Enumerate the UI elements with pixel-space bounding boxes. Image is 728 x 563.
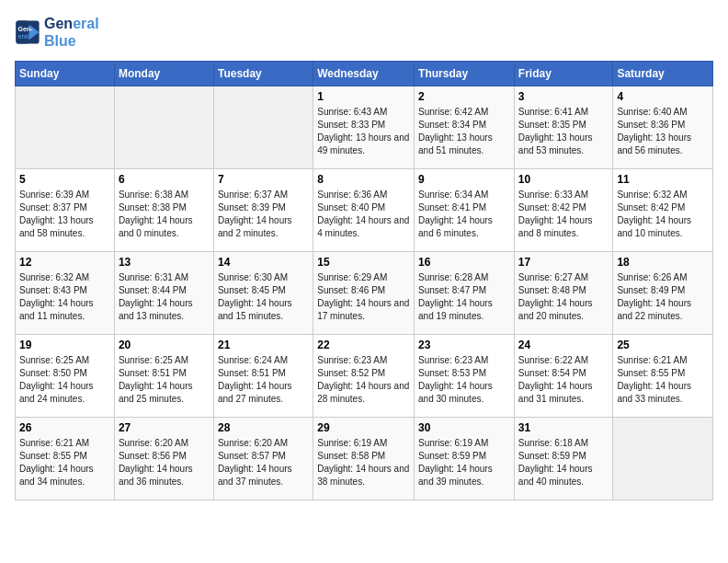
calendar-cell: 25Sunrise: 6:21 AM Sunset: 8:55 PM Dayli… — [613, 335, 713, 418]
calendar-cell: 18Sunrise: 6:26 AM Sunset: 8:49 PM Dayli… — [613, 252, 713, 335]
calendar-cell: 7Sunrise: 6:37 AM Sunset: 8:39 PM Daylig… — [213, 169, 313, 252]
svg-rect-2 — [16, 21, 28, 44]
day-info: Sunrise: 6:20 AM Sunset: 8:56 PM Dayligh… — [119, 437, 210, 488]
header-day-monday: Monday — [114, 62, 213, 86]
calendar-cell: 29Sunrise: 6:19 AM Sunset: 8:58 PM Dayli… — [313, 418, 415, 500]
calendar-cell: 1Sunrise: 6:43 AM Sunset: 8:33 PM Daylig… — [313, 86, 415, 169]
header-day-tuesday: Tuesday — [213, 62, 313, 86]
day-number: 9 — [418, 173, 510, 186]
day-number: 16 — [418, 256, 510, 269]
day-number: 15 — [317, 256, 410, 269]
day-info: Sunrise: 6:40 AM Sunset: 8:36 PM Dayligh… — [617, 106, 709, 157]
header-day-thursday: Thursday — [415, 62, 515, 86]
day-number: 6 — [119, 173, 210, 186]
day-info: Sunrise: 6:23 AM Sunset: 8:53 PM Dayligh… — [418, 354, 510, 406]
page-header: Gen- eral General Blue — [15, 15, 713, 50]
day-number: 28 — [218, 421, 309, 434]
day-info: Sunrise: 6:32 AM Sunset: 8:43 PM Dayligh… — [19, 271, 110, 323]
day-number: 19 — [19, 339, 110, 351]
calendar-cell — [16, 86, 115, 169]
day-info: Sunrise: 6:24 AM Sunset: 8:51 PM Dayligh… — [218, 354, 309, 406]
calendar-cell: 24Sunrise: 6:22 AM Sunset: 8:54 PM Dayli… — [514, 335, 613, 418]
day-info: Sunrise: 6:23 AM Sunset: 8:52 PM Dayligh… — [317, 354, 410, 406]
calendar-cell: 31Sunrise: 6:18 AM Sunset: 8:59 PM Dayli… — [514, 418, 613, 500]
day-info: Sunrise: 6:21 AM Sunset: 8:55 PM Dayligh… — [617, 354, 709, 406]
day-number: 24 — [518, 339, 609, 351]
svg-text:eral: eral — [18, 33, 30, 40]
day-number: 17 — [518, 256, 609, 269]
day-info: Sunrise: 6:19 AM Sunset: 8:58 PM Dayligh… — [317, 437, 410, 488]
day-info: Sunrise: 6:26 AM Sunset: 8:49 PM Dayligh… — [617, 271, 709, 323]
calendar-cell: 30Sunrise: 6:19 AM Sunset: 8:59 PM Dayli… — [415, 418, 515, 500]
day-number: 18 — [617, 256, 709, 269]
calendar-cell: 27Sunrise: 6:20 AM Sunset: 8:56 PM Dayli… — [114, 418, 213, 500]
day-info: Sunrise: 6:22 AM Sunset: 8:54 PM Dayligh… — [518, 354, 609, 406]
calendar-cell: 3Sunrise: 6:41 AM Sunset: 8:35 PM Daylig… — [514, 86, 613, 169]
day-info: Sunrise: 6:41 AM Sunset: 8:35 PM Dayligh… — [518, 106, 609, 157]
calendar-cell: 15Sunrise: 6:29 AM Sunset: 8:46 PM Dayli… — [313, 252, 415, 335]
day-info: Sunrise: 6:42 AM Sunset: 8:34 PM Dayligh… — [418, 106, 510, 157]
day-number: 2 — [418, 90, 510, 103]
day-number: 3 — [518, 90, 609, 103]
calendar-cell: 26Sunrise: 6:21 AM Sunset: 8:55 PM Dayli… — [16, 418, 115, 500]
day-number: 30 — [418, 421, 510, 434]
calendar-cell: 10Sunrise: 6:33 AM Sunset: 8:42 PM Dayli… — [514, 169, 613, 252]
day-number: 27 — [119, 421, 210, 434]
calendar-cell: 23Sunrise: 6:23 AM Sunset: 8:53 PM Dayli… — [415, 335, 515, 418]
day-number: 25 — [617, 339, 709, 351]
calendar-cell: 19Sunrise: 6:25 AM Sunset: 8:50 PM Dayli… — [16, 335, 115, 418]
day-info: Sunrise: 6:30 AM Sunset: 8:45 PM Dayligh… — [218, 271, 309, 323]
calendar-cell: 17Sunrise: 6:27 AM Sunset: 8:48 PM Dayli… — [514, 252, 613, 335]
day-number: 31 — [518, 421, 609, 434]
day-number: 8 — [317, 173, 410, 186]
day-number: 11 — [617, 173, 709, 186]
calendar-cell: 6Sunrise: 6:38 AM Sunset: 8:38 PM Daylig… — [114, 169, 213, 252]
day-number: 21 — [218, 339, 309, 351]
day-info: Sunrise: 6:34 AM Sunset: 8:41 PM Dayligh… — [418, 189, 510, 240]
day-info: Sunrise: 6:21 AM Sunset: 8:55 PM Dayligh… — [19, 437, 110, 488]
logo-icon: Gen- eral — [15, 19, 40, 45]
calendar-cell: 11Sunrise: 6:32 AM Sunset: 8:42 PM Dayli… — [613, 169, 713, 252]
day-info: Sunrise: 6:20 AM Sunset: 8:57 PM Dayligh… — [218, 437, 309, 488]
calendar-cell: 28Sunrise: 6:20 AM Sunset: 8:57 PM Dayli… — [213, 418, 313, 500]
day-number: 7 — [218, 173, 309, 186]
day-number: 10 — [518, 173, 609, 186]
header-day-wednesday: Wednesday — [313, 62, 415, 86]
calendar-cell: 9Sunrise: 6:34 AM Sunset: 8:41 PM Daylig… — [415, 169, 515, 252]
day-info: Sunrise: 6:31 AM Sunset: 8:44 PM Dayligh… — [119, 271, 210, 323]
calendar-cell: 16Sunrise: 6:28 AM Sunset: 8:47 PM Dayli… — [415, 252, 515, 335]
day-info: Sunrise: 6:28 AM Sunset: 8:47 PM Dayligh… — [418, 271, 510, 323]
day-number: 12 — [19, 256, 110, 269]
calendar-cell — [114, 86, 213, 169]
header-day-sunday: Sunday — [16, 62, 115, 86]
week-row-4: 19Sunrise: 6:25 AM Sunset: 8:50 PM Dayli… — [16, 335, 713, 418]
calendar-cell: 4Sunrise: 6:40 AM Sunset: 8:36 PM Daylig… — [613, 86, 713, 169]
day-info: Sunrise: 6:38 AM Sunset: 8:38 PM Dayligh… — [119, 189, 210, 240]
day-number: 13 — [119, 256, 210, 269]
svg-text:Gen-: Gen- — [18, 26, 34, 32]
week-row-2: 5Sunrise: 6:39 AM Sunset: 8:37 PM Daylig… — [16, 169, 713, 252]
week-row-3: 12Sunrise: 6:32 AM Sunset: 8:43 PM Dayli… — [16, 252, 713, 335]
logo-text-line2: Blue — [44, 32, 99, 50]
calendar-cell: 2Sunrise: 6:42 AM Sunset: 8:34 PM Daylig… — [415, 86, 515, 169]
day-info: Sunrise: 6:29 AM Sunset: 8:46 PM Dayligh… — [317, 271, 410, 323]
day-number: 26 — [19, 421, 110, 434]
day-info: Sunrise: 6:36 AM Sunset: 8:40 PM Dayligh… — [317, 189, 410, 240]
calendar-cell: 20Sunrise: 6:25 AM Sunset: 8:51 PM Dayli… — [114, 335, 213, 418]
day-number: 22 — [317, 339, 410, 351]
calendar-cell: 22Sunrise: 6:23 AM Sunset: 8:52 PM Dayli… — [313, 335, 415, 418]
day-number: 29 — [317, 421, 410, 434]
day-info: Sunrise: 6:25 AM Sunset: 8:50 PM Dayligh… — [19, 354, 110, 406]
calendar-cell: 13Sunrise: 6:31 AM Sunset: 8:44 PM Dayli… — [114, 252, 213, 335]
day-info: Sunrise: 6:37 AM Sunset: 8:39 PM Dayligh… — [218, 189, 309, 240]
day-info: Sunrise: 6:18 AM Sunset: 8:59 PM Dayligh… — [518, 437, 609, 488]
header-day-saturday: Saturday — [613, 62, 713, 86]
day-info: Sunrise: 6:33 AM Sunset: 8:42 PM Dayligh… — [518, 189, 609, 240]
calendar-cell: 14Sunrise: 6:30 AM Sunset: 8:45 PM Dayli… — [213, 252, 313, 335]
calendar-cell: 8Sunrise: 6:36 AM Sunset: 8:40 PM Daylig… — [313, 169, 415, 252]
calendar-cell — [213, 86, 313, 169]
day-info: Sunrise: 6:25 AM Sunset: 8:51 PM Dayligh… — [119, 354, 210, 406]
calendar-cell: 21Sunrise: 6:24 AM Sunset: 8:51 PM Dayli… — [213, 335, 313, 418]
calendar-cell: 12Sunrise: 6:32 AM Sunset: 8:43 PM Dayli… — [16, 252, 115, 335]
day-number: 20 — [119, 339, 210, 351]
